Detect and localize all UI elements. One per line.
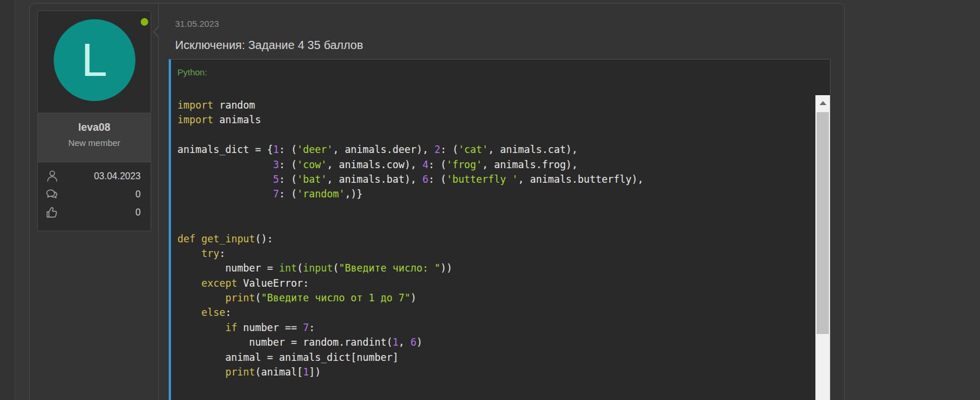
likes-count: 0 bbox=[60, 207, 141, 218]
code-line bbox=[177, 202, 812, 217]
code-line: 3: ('cow', animals.cow), 4: ('frog', ani… bbox=[177, 158, 812, 172]
stat-row-likes: 0 bbox=[45, 203, 141, 221]
code-line: animals_dict = {1: ('deer', animals.deer… bbox=[177, 142, 812, 157]
code-scroll-area: import randomimport animals animals_dict… bbox=[171, 95, 830, 400]
code-line: 7: ('random',)} bbox=[177, 187, 812, 201]
user-column: L leva08 New member 03.04.2023 0 bbox=[37, 11, 151, 231]
code-line: else: bbox=[177, 305, 812, 320]
code-block: Python: import randomimport animals anim… bbox=[169, 59, 831, 400]
online-indicator bbox=[141, 18, 148, 26]
code-line: if number == 7: bbox=[177, 321, 812, 335]
username-link[interactable]: leva08 bbox=[38, 121, 151, 134]
messages-count: 0 bbox=[60, 189, 141, 200]
message-column: 31.05.2023 Исключения: Задание 4 35 балл… bbox=[158, 4, 845, 400]
page-left-gutter bbox=[0, 0, 15, 400]
post-card: L leva08 New member 03.04.2023 0 bbox=[29, 3, 845, 400]
code-line: animal = animals_dict[number] bbox=[177, 350, 812, 365]
code-line: except ValueError: bbox=[177, 276, 812, 291]
scrollbar-thumb[interactable] bbox=[817, 112, 829, 334]
joined-date: 03.04.2023 bbox=[60, 171, 141, 182]
code-line bbox=[177, 217, 812, 231]
scroll-up-icon bbox=[819, 101, 826, 105]
code-line: import random bbox=[177, 98, 812, 113]
code-line: print(animal[1]) bbox=[177, 365, 812, 380]
post-date[interactable]: 31.05.2023 bbox=[175, 19, 219, 29]
code-content: import randomimport animals animals_dict… bbox=[171, 95, 830, 380]
scroll-up-button[interactable] bbox=[815, 95, 830, 111]
code-line bbox=[177, 128, 812, 142]
code-line: import animals bbox=[177, 113, 812, 127]
avatar-letter: L bbox=[81, 37, 107, 84]
avatar[interactable]: L bbox=[54, 19, 135, 101]
user-icon bbox=[45, 169, 60, 183]
code-line: def get_input(): bbox=[177, 232, 812, 246]
code-line: number = random.randint(1, 6) bbox=[177, 335, 812, 350]
code-line: print("Введите число от 1 до 7") bbox=[177, 291, 812, 305]
code-language-label: Python: bbox=[171, 60, 830, 77]
code-scrollbar[interactable] bbox=[815, 95, 830, 400]
likes-icon bbox=[45, 205, 60, 220]
code-line: number = int(input("Введите число: ")) bbox=[177, 261, 812, 276]
stat-row-messages: 0 bbox=[45, 185, 141, 203]
code-line: try: bbox=[177, 246, 812, 261]
user-role: New member bbox=[38, 138, 151, 148]
stat-row-joined: 03.04.2023 bbox=[45, 167, 141, 185]
code-line: 5: ('bat', animals.bat), 6: ('butterfly … bbox=[177, 172, 812, 187]
avatar-box: L bbox=[37, 11, 151, 113]
post-title: Исключения: Задание 4 35 баллов bbox=[175, 39, 363, 52]
messages-icon bbox=[45, 187, 60, 201]
message-pointer bbox=[153, 26, 163, 37]
user-name-box: leva08 New member bbox=[37, 113, 151, 162]
user-stats: 03.04.2023 0 0 bbox=[37, 162, 151, 231]
